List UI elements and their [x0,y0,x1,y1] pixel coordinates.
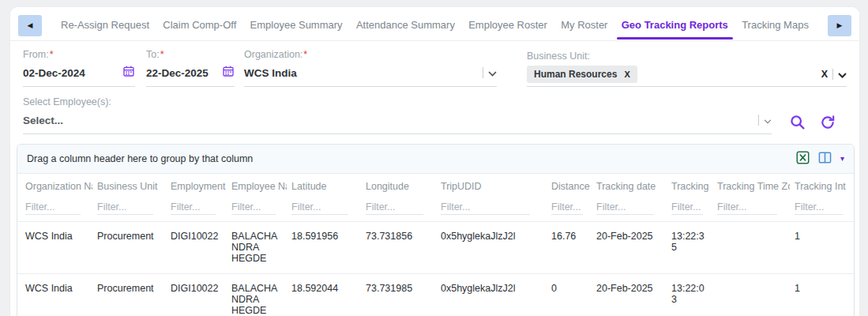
chevron-down-icon[interactable] [838,67,847,81]
filter-row-2: Select Employee(s): Select... [10,87,859,134]
right-triangle-icon: ▶ [837,22,843,29]
cell-distance: 16.76 [547,222,592,274]
tabs-scroll-right-button[interactable]: ▶ [828,15,851,36]
tab-re-assign-request[interactable]: Re-Assign Request [59,12,151,40]
column-header-tracking-int[interactable]: Tracking Int [790,174,854,198]
cell-business-unit: Procurement [92,222,166,274]
filter-input-employment[interactable] [171,200,216,215]
tabs-scroll-left-button[interactable]: ◀ [18,15,42,36]
calendar-icon[interactable] [122,65,135,81]
column-header-tracking-time-zo[interactable]: Tracking Time Zo... [712,174,790,198]
column-header-tracking[interactable]: Tracking ... [667,174,712,198]
remove-tag-icon[interactable]: X [624,70,629,79]
group-panel[interactable]: Drag a column header here to group by th… [17,145,854,174]
organization-label: Organization:* [244,49,497,60]
cell-tripudid: 0x5hyglekaJlzJ2l [436,274,547,316]
tab-employee-summary[interactable]: Employee Summary [249,12,344,40]
required-asterisk: * [160,49,164,60]
filter-input-business-unit[interactable] [97,200,153,215]
chevron-down-icon[interactable] [488,66,497,80]
filter-input-tripudid[interactable] [441,200,530,215]
cell-latitude: 18.591956 [287,222,361,274]
organization-select[interactable]: WCS India [244,64,497,87]
cell-tracking-date: 20-Feb-2025 [592,222,667,274]
refresh-icon [820,115,836,133]
select-employees-select[interactable]: Select... [23,111,772,134]
column-header-organization-na[interactable]: Organization Na... [17,174,92,198]
cell-longitude: 73.731985 [361,274,436,316]
filter-input-latitude[interactable] [291,200,348,215]
from-date-input[interactable]: 02-Dec-2024 [23,64,135,87]
select-employees-field: Select Employee(s): Select... [23,96,772,134]
cell-tracking-int: 1 [790,222,854,274]
divider [758,115,759,126]
cell-employment: DIGI10022 [166,274,227,316]
column-header-employment[interactable]: Employment ... [166,174,227,198]
business-unit-field: Business Unit: Human Resources X X [527,51,847,87]
search-button[interactable] [789,114,806,133]
action-icons [789,114,847,134]
cell-tracking-date: 20-Feb-2025 [592,274,667,316]
required-asterisk: * [50,49,54,60]
tab-employee-roster[interactable]: Employee Roster [467,12,549,40]
grid-toolbar: ▾ [796,151,844,167]
table-row[interactable]: WCS IndiaProcurementDIGI10022BALACHANDRA… [17,222,854,274]
filter-input-longitude[interactable] [366,200,423,215]
filter-input-tracking-time-zo[interactable] [717,200,777,215]
filter-input-tracking[interactable] [671,200,703,215]
grid-menu-caret-icon[interactable]: ▾ [840,155,844,163]
export-excel-button[interactable] [796,151,810,167]
organization-value: WCS India [244,67,479,79]
cell-employment: DIGI10022 [166,222,227,274]
column-chooser-button[interactable] [818,152,832,166]
column-header-tracking-date[interactable]: Tracking date [592,174,667,198]
filter-input-tracking-date[interactable] [596,200,654,215]
column-header-tripudid[interactable]: TripUDID [436,174,547,198]
column-header-distance[interactable]: Distance ... [547,174,592,198]
divider [483,67,483,78]
tab-geo-tracking-reports[interactable]: Geo Tracking Reports [620,12,730,40]
from-date-field: From:* 02-Dec-2024 [23,49,135,87]
column-header-latitude[interactable]: Latitude [287,174,361,198]
selected-tag: Human Resources X [527,66,637,83]
filter-cell [436,198,547,222]
filter-cell [361,198,436,222]
chevron-down-icon[interactable] [764,113,772,127]
filter-cell [790,198,854,222]
business-unit-multiselect[interactable]: Human Resources X X [527,66,847,87]
filter-input-organization-na[interactable] [25,200,81,215]
excel-icon [796,151,810,167]
refresh-button[interactable] [820,115,836,133]
cell-tracking: 13:22:03 [667,274,712,316]
column-header-longitude[interactable]: Longitude [361,174,436,198]
group-panel-text: Drag a column header here to group by th… [27,153,796,164]
filter-cell [227,198,287,222]
tab-claim-comp-off[interactable]: Claim Comp-Off [161,12,238,40]
column-header-employee-na[interactable]: Employee Na... [227,174,287,198]
column-chooser-icon [818,152,832,166]
to-date-field: To:* 22-Dec-2025 [146,49,235,87]
table-row[interactable]: WCS IndiaProcurementDIGI10022BALACHANDRA… [17,274,854,316]
column-header-business-unit[interactable]: Business Unit [92,174,166,198]
from-label: From:* [23,49,135,60]
to-date-input[interactable]: 22-Dec-2025 [146,64,235,87]
filter-cell [712,198,790,222]
tab-my-roster[interactable]: My Roster [559,12,609,40]
cell-employee-na: BALACHANDRA HEGDE [227,274,287,316]
filter-input-distance[interactable] [551,200,583,215]
to-date-value: 22-Dec-2025 [146,67,222,79]
required-asterisk: * [303,49,307,60]
to-label: To:* [146,49,235,60]
cell-latitude: 18.592044 [287,274,361,316]
filter-cell [166,198,227,222]
cell-employee-na: BALACHANDRA HEGDE [227,222,287,274]
tab-tracking-maps[interactable]: Tracking Maps [740,12,810,40]
cell-distance: 0 [547,274,592,316]
select-employees-label: Select Employee(s): [23,96,772,107]
filter-input-employee-na[interactable] [231,200,276,215]
clear-field-icon[interactable]: X [821,69,828,80]
calendar-icon[interactable] [222,65,235,81]
app-panel: ◀ Re-Assign RequestClaim Comp-OffEmploye… [9,6,860,316]
filter-input-tracking-int[interactable] [795,200,843,215]
tab-attendance-summary[interactable]: Attendance Summary [355,12,457,40]
